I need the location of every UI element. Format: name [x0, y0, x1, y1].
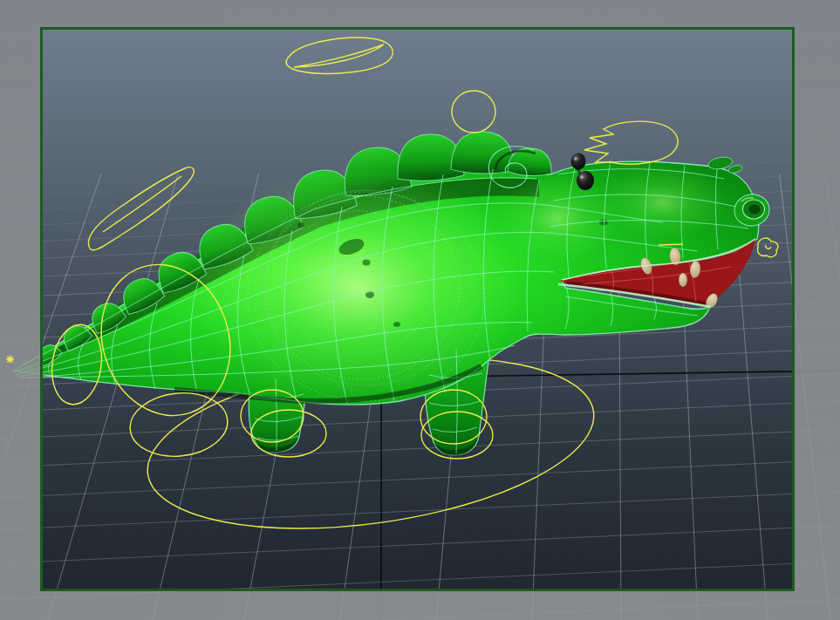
rig-controls-outside[interactable] — [6, 356, 14, 364]
application-window — [0, 0, 840, 620]
neck-highlight — [497, 174, 619, 262]
near-eye — [577, 171, 594, 190]
perspective-viewport[interactable] — [0, 0, 840, 620]
tail-tip-star[interactable] — [6, 356, 14, 364]
far-eye — [571, 153, 586, 170]
head-highlight — [598, 166, 728, 239]
jaw-control[interactable] — [659, 244, 683, 245]
